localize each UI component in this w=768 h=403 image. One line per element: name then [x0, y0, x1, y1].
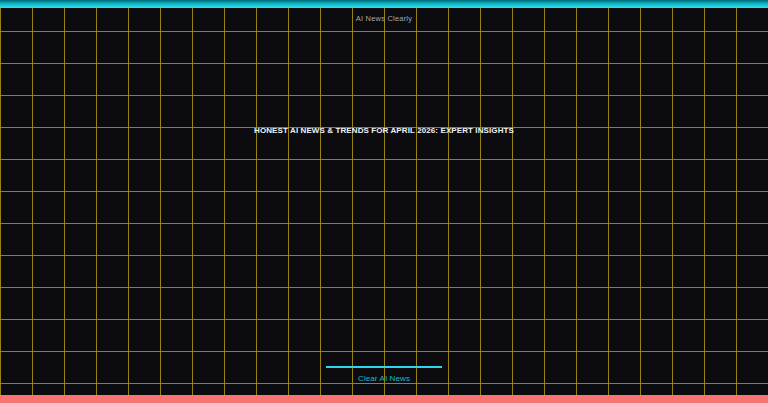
bottom-accent-bar [0, 395, 768, 403]
site-title-link[interactable]: AI News Clearly [0, 14, 768, 23]
footer-brand-link[interactable]: Clear AI News [0, 374, 768, 383]
footer-divider-line [326, 366, 442, 368]
top-accent-bar [0, 0, 768, 8]
page-background-grid: AI News Clearly HONEST AI NEWS & TRENDS … [0, 0, 768, 403]
page-heading: HONEST AI NEWS & TRENDS FOR APRIL 2026: … [0, 126, 768, 135]
